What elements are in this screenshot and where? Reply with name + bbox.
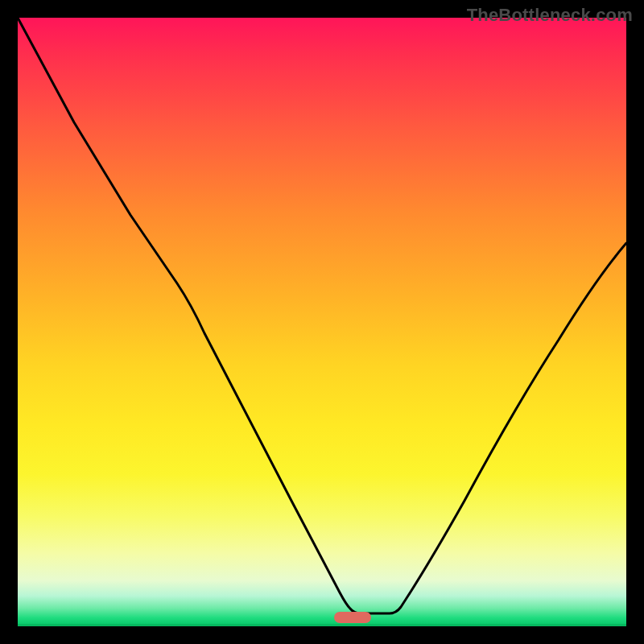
optimal-range-marker: [334, 612, 371, 623]
chart-frame: TheBottleneck.com: [0, 0, 644, 644]
plot-area: [18, 18, 626, 626]
bottleneck-curve-path: [18, 18, 626, 613]
watermark-text: TheBottleneck.com: [467, 5, 633, 26]
bottleneck-curve: [18, 18, 626, 626]
